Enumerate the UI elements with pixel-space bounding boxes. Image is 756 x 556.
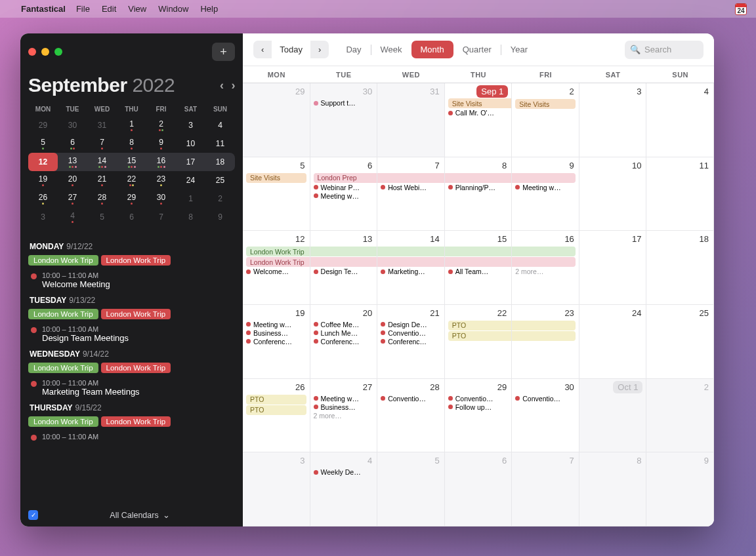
event-item[interactable]: Conventio… bbox=[381, 329, 441, 337]
mini-day[interactable]: 15 bbox=[117, 153, 146, 171]
event-item[interactable]: Business… bbox=[246, 329, 306, 337]
event-item[interactable]: Planning/P… bbox=[448, 184, 509, 191]
event-bar[interactable]: London Work Trip bbox=[246, 247, 310, 256]
agenda-pill[interactable]: London Work Trip bbox=[101, 363, 171, 373]
event-item[interactable]: Host Webi… bbox=[381, 184, 441, 191]
app-name[interactable]: Fantastical bbox=[21, 4, 66, 14]
calendar-cell[interactable]: 20Coffee Me…Lunch Me…Conferenc… bbox=[310, 305, 378, 379]
event-item[interactable]: Follow up… bbox=[448, 403, 509, 411]
view-day[interactable]: Day bbox=[337, 41, 370, 58]
event-item[interactable]: Call Mr. O'… bbox=[448, 109, 509, 117]
mini-day[interactable]: 22 bbox=[117, 171, 146, 189]
calendar-cell[interactable]: 8 Planning/P… bbox=[445, 157, 513, 231]
calendar-cell[interactable]: 7 Host Webi… bbox=[377, 157, 445, 231]
calendar-cell[interactable]: Oct 1 bbox=[579, 379, 647, 453]
mini-day[interactable]: 26 bbox=[28, 189, 58, 208]
menu-file[interactable]: File bbox=[76, 4, 90, 14]
calendar-cell[interactable]: 10 bbox=[579, 157, 647, 231]
mini-day[interactable]: 29 bbox=[117, 189, 146, 208]
event-item[interactable]: Marketing… bbox=[381, 268, 441, 275]
agenda-pill[interactable]: London Work Trip bbox=[28, 416, 98, 427]
calendar-cell[interactable]: 22PTOPTO bbox=[445, 305, 513, 379]
calendar-cell[interactable]: 12London Work TripLondon Work TripWelcom… bbox=[243, 231, 310, 305]
mini-day[interactable]: 1 bbox=[176, 189, 205, 208]
event-item[interactable]: Lunch Me… bbox=[314, 329, 374, 337]
event-item[interactable]: Weekly De… bbox=[314, 468, 374, 476]
event-item[interactable]: Webinar P… bbox=[314, 184, 374, 191]
event-bar[interactable] bbox=[310, 257, 377, 267]
calendar-cell[interactable]: 16 2 more… bbox=[512, 231, 579, 305]
calendars-checkbox[interactable]: ✓ bbox=[28, 510, 38, 520]
calendar-cell[interactable]: 2Site Visits bbox=[512, 83, 579, 157]
event-bar[interactable]: PTO bbox=[246, 395, 306, 405]
event-item[interactable]: Meeting w… bbox=[314, 192, 374, 200]
more-events[interactable]: 2 more… bbox=[314, 412, 374, 420]
mini-day[interactable]: 9 bbox=[146, 134, 176, 153]
event-item[interactable]: Conferenc… bbox=[246, 338, 306, 346]
mini-day[interactable]: 5 bbox=[87, 208, 117, 226]
mini-day[interactable]: 3 bbox=[176, 116, 205, 134]
event-bar[interactable]: Site Visits bbox=[448, 98, 512, 108]
event-item[interactable]: Meeting w… bbox=[246, 321, 306, 328]
mini-day[interactable]: 3 bbox=[28, 208, 58, 226]
new-event-button[interactable]: + bbox=[212, 43, 235, 61]
agenda-pill[interactable]: London Work Trip bbox=[28, 309, 98, 319]
calendar-cell[interactable]: 15 All Team… bbox=[445, 231, 513, 305]
agenda-pill[interactable]: London Work Trip bbox=[101, 416, 171, 427]
event-bar[interactable] bbox=[512, 321, 576, 330]
calendar-cell[interactable]: 25 bbox=[646, 305, 714, 379]
event-bar[interactable]: PTO bbox=[246, 405, 306, 415]
mini-day[interactable]: 18 bbox=[205, 153, 235, 171]
event-item[interactable]: Meeting w… bbox=[515, 184, 576, 191]
event-item[interactable]: Business… bbox=[314, 403, 374, 411]
calendar-cell[interactable]: 21Design De…Conventio…Conferenc… bbox=[377, 305, 445, 379]
view-month[interactable]: Month bbox=[411, 41, 453, 58]
event-bar[interactable] bbox=[377, 257, 444, 267]
more-events[interactable]: 2 more… bbox=[515, 268, 576, 275]
calendar-cell[interactable]: 29Conventio…Follow up… bbox=[445, 379, 513, 453]
mini-day[interactable]: 7 bbox=[87, 134, 117, 153]
mini-day[interactable]: 8 bbox=[176, 208, 205, 226]
calendar-cell[interactable]: 2 bbox=[646, 379, 714, 453]
event-item[interactable]: Welcome… bbox=[246, 268, 306, 275]
calendar-cell[interactable]: 18 bbox=[646, 231, 714, 305]
event-bar[interactable]: PTO bbox=[448, 321, 512, 330]
calendar-cell[interactable]: 14 Marketing… bbox=[377, 231, 445, 305]
mini-day[interactable]: 4 bbox=[58, 208, 87, 226]
event-item[interactable]: Conferenc… bbox=[314, 338, 374, 346]
event-bar[interactable] bbox=[377, 247, 444, 256]
agenda-event[interactable]: 10:00 – 11:00 AM bbox=[31, 433, 235, 441]
agenda-event[interactable]: 10:00 – 11:00 AMDesign Team Meetings bbox=[31, 325, 235, 343]
event-bar[interactable]: PTO bbox=[448, 331, 512, 341]
mini-day[interactable]: 27 bbox=[58, 189, 87, 208]
agenda-pill[interactable]: London Work Trip bbox=[101, 309, 171, 319]
calendar-cell[interactable]: 24 bbox=[579, 305, 647, 379]
calendar-cell[interactable]: 6London PrepWebinar P…Meeting w… bbox=[310, 157, 378, 231]
calendar-cell[interactable]: 19Meeting w…Business…Conferenc… bbox=[243, 305, 310, 379]
next-button[interactable]: › bbox=[310, 41, 329, 58]
mini-day[interactable]: 30 bbox=[146, 189, 176, 208]
menu-view[interactable]: View bbox=[128, 4, 146, 14]
event-item[interactable]: All Team… bbox=[448, 268, 509, 275]
event-bar[interactable] bbox=[512, 173, 576, 183]
event-item[interactable]: Meeting w… bbox=[314, 395, 374, 403]
prev-button[interactable]: ‹ bbox=[253, 41, 272, 58]
event-item[interactable]: Support t… bbox=[314, 99, 374, 107]
mini-day[interactable]: 6 bbox=[117, 208, 146, 226]
mini-day[interactable]: 17 bbox=[176, 153, 205, 171]
mini-day[interactable]: 2 bbox=[205, 189, 235, 208]
calendar-cell[interactable]: 11 bbox=[646, 157, 714, 231]
mini-day[interactable]: 29 bbox=[28, 116, 58, 134]
mini-day[interactable]: 21 bbox=[87, 171, 117, 189]
calendar-cell[interactable]: 4 bbox=[646, 83, 714, 157]
agenda-event[interactable]: 10:00 – 11:00 AMMarketing Team Meetings bbox=[31, 379, 235, 397]
mini-day[interactable]: 10 bbox=[176, 134, 205, 153]
event-item[interactable]: Coffee Me… bbox=[314, 321, 374, 328]
event-item[interactable]: Conferenc… bbox=[381, 338, 441, 346]
mini-day[interactable]: 30 bbox=[58, 116, 87, 134]
calendar-cell[interactable]: 29 bbox=[243, 83, 310, 157]
mini-day[interactable]: 20 bbox=[58, 171, 87, 189]
calendar-cell[interactable]: 6 bbox=[445, 452, 513, 526]
minimize-button[interactable] bbox=[41, 48, 49, 56]
mini-day[interactable]: 24 bbox=[176, 171, 205, 189]
